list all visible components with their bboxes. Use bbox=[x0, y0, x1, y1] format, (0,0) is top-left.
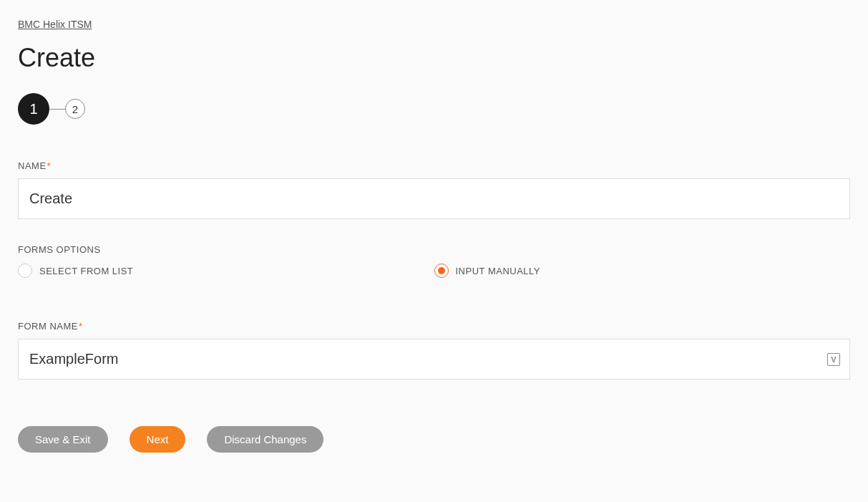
radio-label: SELECT FROM LIST bbox=[39, 266, 133, 276]
radio-label: INPUT MANUALLY bbox=[456, 266, 541, 276]
action-button-row: Save & Exit Next Discard Changes bbox=[18, 426, 850, 453]
discard-changes-button[interactable]: Discard Changes bbox=[207, 426, 323, 453]
radio-input-manually[interactable]: INPUT MANUALLY bbox=[434, 264, 851, 278]
required-mark: * bbox=[47, 160, 52, 171]
page-title: Create bbox=[18, 43, 850, 73]
radio-circle-icon bbox=[18, 264, 32, 278]
radio-select-from-list[interactable]: SELECT FROM LIST bbox=[18, 264, 434, 278]
name-field-group: NAME* bbox=[18, 160, 850, 219]
name-label: NAME* bbox=[18, 160, 850, 171]
name-input[interactable] bbox=[18, 178, 850, 219]
step-2[interactable]: 2 bbox=[65, 99, 85, 119]
next-button[interactable]: Next bbox=[130, 426, 186, 453]
required-mark: * bbox=[79, 321, 83, 332]
form-name-input-wrap: V bbox=[18, 339, 850, 380]
radio-circle-icon bbox=[434, 264, 449, 278]
forms-options-group: FORMS OPTIONS SELECT FROM LIST INPUT MAN… bbox=[18, 244, 850, 278]
form-name-label: FORM NAME* bbox=[18, 321, 850, 332]
save-exit-button[interactable]: Save & Exit bbox=[18, 426, 108, 453]
variable-picker-icon[interactable]: V bbox=[827, 353, 840, 366]
form-name-field-group: FORM NAME* V bbox=[18, 321, 850, 380]
forms-options-radios: SELECT FROM LIST INPUT MANUALLY bbox=[18, 264, 850, 278]
step-1[interactable]: 1 bbox=[18, 93, 49, 125]
form-name-input[interactable] bbox=[18, 339, 850, 380]
radio-dot-icon bbox=[438, 267, 445, 274]
breadcrumb-link[interactable]: BMC Helix ITSM bbox=[18, 19, 92, 30]
form-name-label-text: FORM NAME bbox=[18, 321, 78, 332]
step-connector bbox=[49, 109, 65, 110]
forms-options-label: FORMS OPTIONS bbox=[18, 244, 850, 255]
name-label-text: NAME bbox=[18, 160, 47, 171]
step-indicator: 1 2 bbox=[18, 93, 850, 125]
